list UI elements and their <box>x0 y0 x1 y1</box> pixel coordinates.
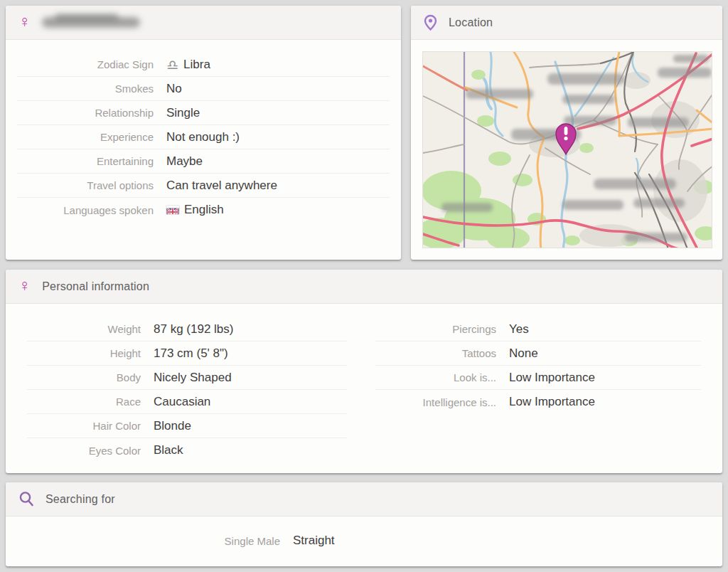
language-value: English <box>184 203 224 217</box>
profile-row-zodiac: Zodiac Sign ♎ Libra <box>17 53 390 77</box>
row-look-importance: Look is... Low Importance <box>375 366 701 390</box>
row-weight: Weight 87 kg (192 lbs) <box>27 317 347 341</box>
row-value: Low Importance <box>509 371 595 385</box>
row-label: Intelligence is... <box>375 396 496 408</box>
row-label: Languages spoken <box>17 204 154 216</box>
profile-row-languages: Languages spoken English <box>17 198 390 222</box>
row-value: Nicely Shaped <box>154 371 232 385</box>
row-label: Travel options <box>17 179 154 191</box>
row-label: Look is... <box>375 371 496 383</box>
row-label: Zodiac Sign <box>17 58 154 70</box>
profile-card-header: ♀ <box>6 6 401 40</box>
searching-rows: Single Male Straight <box>17 517 711 553</box>
row-label: Weight <box>27 323 141 335</box>
location-card-title: Location <box>449 16 493 29</box>
row-label: Eyes Color <box>27 445 141 457</box>
profile-row-entertaining: Entertaining Maybe <box>17 149 390 174</box>
searching-for-header: Searching for <box>6 482 722 517</box>
row-eyes-color: Eyes Color Black <box>27 438 347 462</box>
row-value: English <box>166 203 224 217</box>
profile-row-experience: Experience Not enough :) <box>17 125 390 149</box>
row-value: Can travel anywhere <box>166 179 277 193</box>
row-label: Single Male <box>17 535 280 547</box>
row-label: Relationship <box>17 107 154 119</box>
row-value: Low Importance <box>509 395 595 409</box>
row-label: Piercings <box>375 323 496 335</box>
row-tattoos: Tattoos None <box>375 341 701 366</box>
personal-info-title: Personal information <box>42 280 149 293</box>
row-value: Yes <box>509 322 529 337</box>
row-value: No <box>166 82 182 96</box>
row-value: None <box>509 346 538 361</box>
row-value: Straight <box>293 534 335 548</box>
row-height: Height 173 cm (5' 8") <box>27 341 347 366</box>
row-label: Experience <box>17 131 154 143</box>
profile-row-travel: Travel options Can travel anywhere <box>17 174 390 198</box>
row-label: Race <box>27 396 141 408</box>
personal-info-card: ♀ Personal information Weight 87 kg (192… <box>6 270 722 473</box>
row-value: Not enough :) <box>166 130 240 144</box>
row-single-male: Single Male Straight <box>17 529 711 553</box>
username-blurred <box>42 17 140 28</box>
row-label: Smokes <box>17 83 154 95</box>
row-value: Black <box>154 443 183 457</box>
row-label: Body <box>27 371 141 383</box>
profile-card: ♀ Zodiac Sign ♎ Libra Smokes No Relation… <box>6 6 401 260</box>
row-race: Race Caucasian <box>27 390 347 414</box>
row-value: ♎ Libra <box>166 58 210 72</box>
personal-info-columns: Weight 87 kg (192 lbs) Height 173 cm (5'… <box>6 304 722 462</box>
row-label: Entertaining <box>17 155 154 167</box>
location-pin-icon <box>424 14 437 31</box>
zodiac-value: Libra <box>183 58 210 72</box>
female-icon: ♀ <box>18 14 31 30</box>
row-value: Blonde <box>154 419 191 433</box>
location-map[interactable] <box>422 51 712 248</box>
profile-row-smokes: Smokes No <box>17 77 390 101</box>
row-value: Maybe <box>166 154 203 169</box>
libra-icon: ♎ <box>166 58 178 72</box>
row-label: Height <box>27 347 141 359</box>
profile-rows: Zodiac Sign ♎ Libra Smokes No Relationsh… <box>17 40 390 222</box>
personal-info-header: ♀ Personal information <box>6 270 722 304</box>
row-body: Body Nicely Shaped <box>27 366 347 390</box>
search-icon <box>18 491 34 507</box>
pin-exclamation <box>564 127 568 135</box>
uk-flag-icon <box>166 206 179 214</box>
row-label: Hair Color <box>27 420 141 432</box>
row-value: 173 cm (5' 8") <box>154 346 228 361</box>
row-intelligence-importance: Intelligence is... Low Importance <box>375 390 701 414</box>
location-card-header: Location <box>411 6 722 40</box>
location-card: Location <box>411 6 722 260</box>
row-hair-color: Hair Color Blonde <box>27 414 347 438</box>
row-value: Single <box>166 106 200 120</box>
row-value: 87 kg (192 lbs) <box>154 322 233 337</box>
row-value: Caucasian <box>154 395 210 409</box>
searching-for-card: Searching for Single Male Straight <box>6 482 722 566</box>
personal-right-column: Piercings Yes Tattoos None Look is... Lo… <box>364 317 722 462</box>
searching-for-title: Searching for <box>46 493 115 506</box>
personal-left-column: Weight 87 kg (192 lbs) Height 173 cm (5'… <box>6 317 364 462</box>
profile-row-relationship: Relationship Single <box>17 101 390 125</box>
row-piercings: Piercings Yes <box>375 317 701 341</box>
row-label: Tattoos <box>375 347 496 359</box>
female-icon: ♀ <box>18 277 31 294</box>
